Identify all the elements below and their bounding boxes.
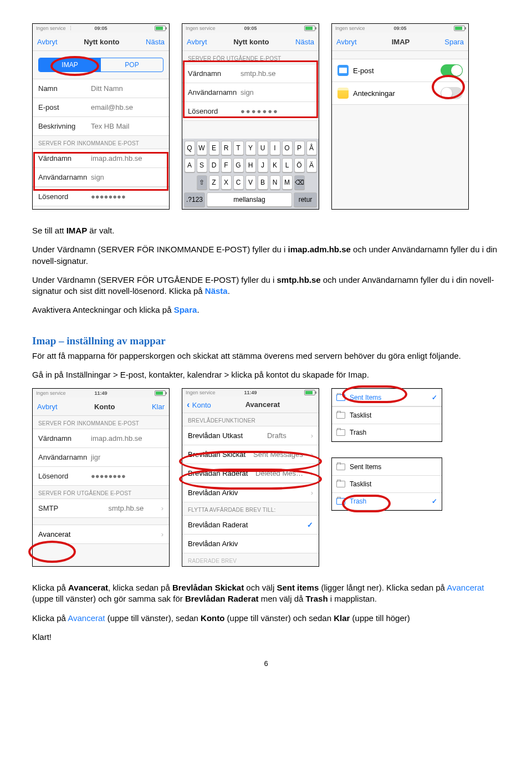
folder-list-trash: Sent Items Tasklist Trash✓ (331, 457, 442, 511)
cancel-button[interactable]: Avbryt (187, 38, 207, 46)
key-v[interactable]: V (245, 175, 256, 190)
archive-row[interactable]: Brevlådan Arkiv› (182, 483, 319, 502)
instruction-8: Klicka på Avancerat (uppe till vänster),… (32, 613, 500, 624)
cancel-button[interactable]: Avbryt (37, 38, 58, 46)
key-ä[interactable]: Ä (306, 158, 317, 172)
username-out-field[interactable]: Användarnamnsign (182, 83, 319, 102)
folder-sent-items[interactable]: Sent Items✓ (332, 389, 442, 406)
return-key[interactable]: retur (294, 192, 317, 207)
drafts-row[interactable]: Brevlådan UtkastDrafts› (182, 426, 319, 445)
cancel-button[interactable]: Avbryt (336, 38, 357, 46)
numbers-key[interactable]: .?123 (184, 192, 205, 207)
space-key[interactable]: mellanslag (207, 192, 292, 207)
back-button[interactable]: Konto (187, 400, 211, 410)
keyboard[interactable]: QWERTYUIOPÅ ASDFGHJKLÖÄ ⇧ ZXCVBNM⌫ .?123… (182, 139, 319, 209)
folder-trash[interactable]: Trash✓ (332, 493, 442, 510)
password-in-field[interactable]: Lösenord●●●●●●●● (33, 187, 169, 206)
notes-toggle-row: Anteckningar (332, 82, 468, 105)
key-k[interactable]: K (270, 158, 280, 172)
key-m[interactable]: M (282, 175, 293, 190)
key-l[interactable]: L (282, 158, 293, 172)
folder-icon (336, 429, 345, 436)
folder-icon (336, 481, 345, 487)
cancel-button[interactable]: Avbryt (37, 403, 58, 411)
screenshot-row-1: Ingen service⋮ 09:05 Avbryt Nytt konto N… (32, 23, 500, 210)
pop-tab[interactable]: POP (101, 58, 163, 72)
key-u[interactable]: U (258, 141, 268, 155)
key-n[interactable]: N (270, 175, 280, 190)
username-in-field[interactable]: Användarnamnsign (33, 168, 169, 187)
annotation-circle (28, 541, 76, 563)
clock: 09:05 (332, 26, 468, 31)
password-out-field[interactable]: Lösenord●●●●●●● (182, 102, 319, 121)
key-w[interactable]: W (197, 141, 207, 155)
instruction-2: Under Värdnamn (SERVER FÖR INKOMMANDE E-… (32, 244, 500, 267)
page-number: 6 (32, 659, 500, 668)
phone-nytt-konto-1: Ingen service⋮ 09:05 Avbryt Nytt konto N… (32, 23, 170, 210)
folder-trash[interactable]: Trash (332, 424, 442, 441)
page-title: Nytt konto (84, 38, 119, 46)
move-archive-row[interactable]: Brevlådan Arkiv (182, 535, 319, 553)
instruction-6: Gå in på Inställningar > E-post, kontakt… (32, 369, 500, 380)
key-ö[interactable]: Ö (294, 158, 305, 172)
key-i[interactable]: I (270, 141, 280, 155)
page-title: Nytt konto (233, 38, 269, 46)
password-in-field[interactable]: Lösenord●●●●●●●● (33, 467, 169, 486)
save-button[interactable]: Spara (444, 38, 464, 46)
shift-key[interactable]: ⇧ (197, 175, 207, 190)
key-s[interactable]: S (197, 158, 207, 172)
next-button[interactable]: Nästa (295, 38, 314, 46)
key-h[interactable]: H (245, 158, 256, 172)
mail-toggle[interactable] (441, 64, 463, 77)
key-b[interactable]: B (258, 175, 268, 190)
clock: 09:05 (182, 26, 319, 31)
navbar: Avbryt IMAP Spara (332, 33, 468, 51)
key-z[interactable]: Z (209, 175, 219, 190)
segmented-control[interactable]: IMAP POP (38, 58, 163, 72)
email-field[interactable]: E-postemail@hb.se (33, 98, 169, 117)
key-j[interactable]: J (258, 158, 268, 172)
key-g[interactable]: G (233, 158, 244, 172)
folder-tasklist[interactable]: Tasklist (332, 406, 442, 424)
key-e[interactable]: E (209, 141, 219, 155)
folder-sent-items[interactable]: Sent Items (332, 458, 442, 476)
folder-tasklist[interactable]: Tasklist (332, 476, 442, 493)
key-f[interactable]: F (221, 158, 232, 172)
hostname-in-field[interactable]: Värdnamnimap.adm.hb.se (33, 429, 169, 448)
key-x[interactable]: X (221, 175, 232, 190)
key-d[interactable]: D (209, 158, 219, 172)
smtp-row[interactable]: SMTPsmtp.hb.se› (33, 499, 169, 518)
move-deleted-row[interactable]: Brevlådan Raderat✓ (182, 515, 319, 535)
clock: 09:05 (33, 26, 169, 31)
key-r[interactable]: R (221, 141, 232, 155)
name-field[interactable]: NamnDitt Namn (33, 79, 169, 98)
navbar: Konto Avancerat (182, 396, 319, 413)
sent-row[interactable]: Brevlådan SkickatSent Messages› (182, 445, 319, 464)
instruction-9: Klart! (32, 632, 500, 643)
page-title: Avancerat (245, 400, 280, 409)
username-in-field[interactable]: Användarnamnjigr (33, 448, 169, 467)
deleted-row[interactable]: Brevlådan RaderatDeleted Mes…› (182, 464, 319, 483)
imap-tab[interactable]: IMAP (39, 58, 101, 72)
advanced-row[interactable]: Avancerat› (33, 525, 169, 544)
key-p[interactable]: P (294, 141, 305, 155)
status-bar: Ingen service⋮ 09:05 (33, 24, 169, 33)
key-a[interactable]: A (185, 158, 195, 172)
key-c[interactable]: C (233, 175, 244, 190)
key-o[interactable]: O (282, 141, 293, 155)
hostname-out-field[interactable]: Värdnamnsmtp.hb.se (182, 64, 319, 83)
phone-konto: Ingen service 11:49 Avbryt Konto Klar SE… (32, 388, 170, 567)
folder-icon (336, 464, 345, 470)
done-button[interactable]: Klar (152, 403, 165, 411)
notes-toggle[interactable] (441, 87, 463, 99)
instruction-7: Klicka på Avancerat, klicka sedan på Bre… (32, 582, 500, 605)
description-field[interactable]: BeskrivningTex HB Mail (33, 117, 169, 136)
key-y[interactable]: Y (245, 141, 256, 155)
backspace-key[interactable]: ⌫ (294, 175, 305, 190)
instruction-5: För att få mapparna för papperskorgen oc… (32, 350, 500, 362)
key-q[interactable]: Q (185, 141, 195, 155)
hostname-in-field[interactable]: Värdnamnimap.adm.hb.se (33, 149, 169, 168)
next-button[interactable]: Nästa (146, 38, 165, 46)
key-t[interactable]: T (233, 141, 244, 155)
key-å[interactable]: Å (306, 141, 317, 155)
